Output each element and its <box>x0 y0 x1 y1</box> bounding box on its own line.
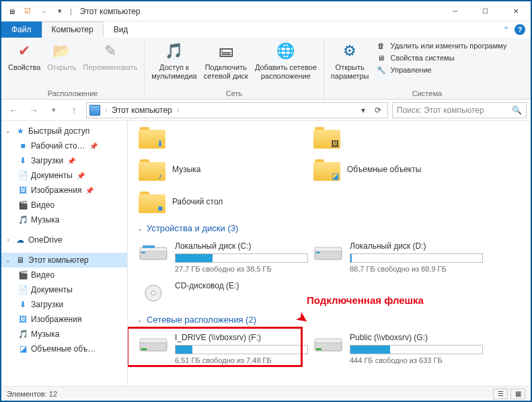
section-drives[interactable]: ⌄ Устройства и диски (3) <box>136 218 523 237</box>
search-input[interactable]: Поиск: Этот компьютер 🔍 <box>392 102 527 118</box>
folder-partial-pictures[interactable]: 🖼 <box>311 121 486 153</box>
uninstall-button[interactable]: 🗑 Удалить или изменить программу <box>376 40 507 51</box>
drive-e[interactable]: CD-дисковод (E:) <box>136 277 311 309</box>
section-network[interactable]: ⌄ Сетевые расположения (2) <box>136 309 523 329</box>
properties-button[interactable]: ✔ Свойства <box>5 39 43 73</box>
tree-pc-downloads[interactable]: ⬇Загрузки <box>1 297 127 312</box>
system-props-button[interactable]: 🖥 Свойства системы <box>376 52 507 63</box>
breadcrumb[interactable]: › Этот компьютер › ▾ ⟳ <box>86 102 388 118</box>
system-props-icon: 🖥 <box>376 52 387 63</box>
tree-quick-access[interactable]: ⌄★Быстрый доступ <box>1 124 127 138</box>
folder-3d-objects[interactable]: ◪ Объемные объекты <box>311 153 486 186</box>
app-icon: 🖥 <box>5 5 17 17</box>
tree-pc-videos[interactable]: 🎬Видео <box>1 268 127 282</box>
settings-icon: ⚙ <box>339 40 360 62</box>
properties-icon: ✔ <box>13 40 35 62</box>
history-button[interactable]: ▾ <box>46 102 62 118</box>
tree-downloads[interactable]: ⬇Загрузки📌 <box>1 153 127 168</box>
rename-icon: ✎ <box>100 40 121 62</box>
search-icon[interactable]: 🔍 <box>512 106 522 115</box>
tree-desktop[interactable]: ■Рабочий сто…📌 <box>1 138 127 153</box>
collapse-ribbon-icon[interactable]: ⌃ <box>503 26 509 34</box>
view-details-button[interactable]: ☰ <box>493 389 508 399</box>
help-button[interactable]: ? <box>515 24 525 35</box>
svg-point-8 <box>151 291 155 295</box>
qat-dropdown-icon[interactable]: ▾ <box>54 5 66 17</box>
chevron-right-icon[interactable]: › <box>175 107 181 114</box>
map-drive-icon: 🖴 <box>215 40 237 62</box>
manage-button[interactable]: 🔧 Управление <box>376 65 507 75</box>
tree-pictures[interactable]: 🖼Изображения📌 <box>1 183 127 198</box>
back-button[interactable]: ← <box>5 102 22 118</box>
open-settings-button[interactable]: ⚙ Открыть параметры <box>328 39 372 81</box>
svg-rect-14 <box>315 339 342 343</box>
maximize-button[interactable]: ☐ <box>470 1 500 22</box>
map-drive-button[interactable]: 🖴 Подключить сетевой диск <box>201 39 251 81</box>
tab-view[interactable]: Вид <box>104 22 139 38</box>
breadcrumb-root[interactable]: Этот компьютер <box>112 106 172 115</box>
network-drive-icon <box>313 333 343 357</box>
drive-d[interactable]: Локальный диск (D:) 88,7 ГБ свободно из … <box>311 237 486 277</box>
qat-new-icon[interactable]: ▫ <box>38 5 50 17</box>
pin-icon: 📌 <box>85 187 93 194</box>
status-bar: Элементов: 12 ☰ ▦ <box>1 386 531 401</box>
capacity-bar <box>350 345 483 354</box>
drive-c[interactable]: Локальный диск (C:) 27,7 ГБ свободно из … <box>136 237 311 277</box>
ribbon-tabs: Файл Компьютер Вид ⌃ ? <box>1 22 531 38</box>
folder-icon: ◪ <box>313 157 340 182</box>
folder-icon: ⬇ <box>139 125 165 149</box>
tree-onedrive[interactable]: ›☁OneDrive <box>1 233 127 247</box>
media-icon: 🎵 <box>163 40 185 62</box>
title-separator: | <box>70 7 72 15</box>
svg-rect-13 <box>316 348 321 350</box>
navigation-tree[interactable]: ⌄★Быстрый доступ ■Рабочий сто…📌 ⬇Загрузк… <box>1 121 128 386</box>
tab-file[interactable]: Файл <box>1 22 42 38</box>
status-count: Элементов: 12 <box>7 390 57 398</box>
tree-music[interactable]: 🎵Музыка <box>1 212 127 227</box>
tree-documents[interactable]: 📄Документы📌 <box>1 168 127 183</box>
view-tiles-button[interactable]: ▦ <box>510 389 525 399</box>
annotation-highlight <box>128 327 303 367</box>
content-pane[interactable]: ⬇ 🖼 ♪ Музыка ◪ Объемные объекты ■ Рабочи… <box>128 121 531 386</box>
pin-icon: 📌 <box>77 172 85 179</box>
manage-icon: 🔧 <box>376 65 387 75</box>
folder-icon: ■ <box>139 190 165 214</box>
cd-icon <box>139 281 168 305</box>
folder-partial-downloads[interactable]: ⬇ <box>136 121 311 153</box>
netdrive-g[interactable]: Public (\\vboxsrv) (G:) 444 ГБ свободно … <box>311 329 486 368</box>
refresh-button[interactable]: ⟳ <box>371 104 385 117</box>
tab-computer[interactable]: Компьютер <box>42 22 104 38</box>
close-button[interactable]: ✕ <box>500 1 531 22</box>
ribbon-group-location: ✔ Свойства 📂 Открыть ✎ Переименовать Рас… <box>1 38 145 99</box>
chevron-right-icon[interactable]: › <box>103 107 109 114</box>
tree-this-pc[interactable]: ⌄🖥Этот компьютер <box>1 253 127 268</box>
ribbon: ✔ Свойства 📂 Открыть ✎ Переименовать Рас… <box>1 38 531 99</box>
folder-icon: 🖼 <box>313 125 340 149</box>
capacity-bar <box>350 253 483 263</box>
thispc-icon <box>89 105 100 116</box>
uninstall-icon: 🗑 <box>376 40 387 51</box>
folder-music[interactable]: ♪ Музыка <box>136 153 311 186</box>
tree-pc-music[interactable]: 🎵Музыка <box>1 327 127 341</box>
folder-icon: ♪ <box>139 157 165 182</box>
tree-pc-documents[interactable]: 📄Документы <box>1 282 127 297</box>
tree-pc-3d[interactable]: ◪Объемные объ… <box>1 341 127 356</box>
open-icon: 📂 <box>51 40 73 62</box>
add-network-button[interactable]: 🌐 Добавить сетевое расположение <box>252 39 319 81</box>
up-button[interactable]: ↑ <box>66 102 82 118</box>
tree-videos[interactable]: 🎬Видео <box>1 198 127 212</box>
hdd-icon <box>313 241 343 266</box>
open-button: 📂 Открыть <box>44 39 79 73</box>
folder-desktop[interactable]: ■ Рабочий стол <box>136 186 311 218</box>
rename-button: ✎ Переименовать <box>81 39 141 73</box>
qat-properties-icon[interactable]: ☑ <box>22 5 34 17</box>
forward-button[interactable]: → <box>26 102 42 118</box>
media-access-button[interactable]: 🎵 Доступ к мультимедиа <box>149 39 200 81</box>
chevron-down-icon: ⌄ <box>137 317 143 323</box>
add-network-icon: 🌐 <box>275 40 297 62</box>
tree-pc-pictures[interactable]: 🖼Изображения <box>1 312 127 327</box>
pin-icon: 📌 <box>67 157 75 165</box>
pin-icon: 📌 <box>89 143 98 150</box>
address-dropdown-button[interactable]: ▾ <box>356 104 370 117</box>
minimize-button[interactable]: ─ <box>440 1 470 22</box>
